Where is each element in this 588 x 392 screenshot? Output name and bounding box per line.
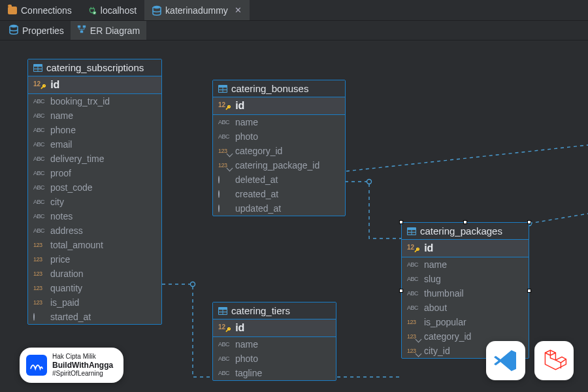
column-proof[interactable]: ABCproof (28, 166, 161, 180)
svg-rect-3 (78, 25, 80, 28)
column-name: thumbnail (424, 288, 464, 299)
text-type-icon: ABC (218, 119, 231, 125)
column-about[interactable]: ABCabout (402, 301, 529, 315)
table-icon (33, 64, 42, 72)
pk-type-icon: 12🔑 (218, 323, 231, 333)
entity-catering-packages[interactable]: catering_packages 12🔑 id ABCnameABCslugA… (401, 222, 529, 359)
text-type-icon: ABC (33, 170, 46, 176)
column-city[interactable]: ABCcity (28, 195, 161, 209)
entity-name: catering_tiers (231, 305, 290, 316)
column-name[interactable]: ABCname (402, 257, 529, 272)
column-slug[interactable]: ABCslug (402, 272, 529, 286)
database-icon (152, 6, 161, 15)
column-phone[interactable]: ABCphone (28, 123, 161, 137)
column-is_paid[interactable]: 123is_paid (28, 295, 161, 310)
selection-handle[interactable] (399, 220, 403, 224)
text-type-icon: ABC (407, 276, 420, 282)
column-thumbnail[interactable]: ABCthumbnail (402, 286, 529, 301)
column-name: price (50, 254, 70, 265)
column-category_id[interactable]: 123category_id (213, 144, 345, 158)
column-name: about (424, 302, 447, 313)
badge-line2: BuildWithAngga (52, 361, 113, 370)
tab-label: Connections (21, 5, 72, 16)
column-name: email (50, 139, 72, 150)
timestamp-type-icon (218, 205, 231, 212)
column-post_code[interactable]: ABCpost_code (28, 180, 161, 195)
column-deleted_at[interactable]: deleted_at (213, 172, 345, 187)
column-is_popular[interactable]: 123is_popular (402, 315, 529, 329)
column-catering_package_id[interactable]: 123catering_package_id (213, 158, 345, 172)
text-type-icon: ABC (33, 98, 46, 105)
column-price[interactable]: 123price (28, 252, 161, 267)
text-type-icon: ABC (33, 213, 46, 220)
column-name: updated_at (235, 203, 281, 214)
column-address[interactable]: ABCaddress (28, 223, 161, 238)
column-name: photo (235, 131, 258, 142)
column-name: started_at (50, 312, 91, 322)
column-email[interactable]: ABCemail (28, 137, 161, 152)
tab-localhost[interactable]: localhost (80, 0, 144, 20)
column-id-pk[interactable]: 12🔑 id (402, 240, 529, 257)
selection-handle[interactable] (527, 220, 531, 224)
column-delivery_time[interactable]: ABCdelivery_time (28, 152, 161, 166)
number-type-icon: 123 (33, 242, 46, 248)
column-name[interactable]: ABCname (213, 115, 345, 129)
column-created_at[interactable]: created_at (213, 187, 345, 201)
entity-header[interactable]: catering_subscriptions (28, 59, 161, 76)
columns-list: ABCnameABCphotoABCtagline (213, 337, 336, 380)
subtab-er-diagram[interactable]: ER Diagram (71, 21, 146, 40)
vscode-app-icon (486, 341, 525, 380)
column-booking_trx_id[interactable]: ABCbooking_trx_id (28, 94, 161, 108)
column-tagline[interactable]: ABCtagline (213, 366, 336, 380)
entity-header[interactable]: catering_packages (402, 223, 529, 240)
column-name: category_id (235, 146, 282, 156)
entity-header[interactable]: catering_tiers (213, 302, 336, 319)
tab-katerinadummy[interactable]: katerinadummy ✕ (144, 0, 250, 20)
subtab-properties[interactable]: Properties (3, 21, 71, 40)
selection-handle[interactable] (399, 289, 403, 293)
entity-catering-tiers[interactable]: catering_tiers 12🔑 id ABCnameABCphotoABC… (212, 302, 336, 381)
svg-point-1 (153, 5, 161, 8)
timestamp-type-icon (218, 176, 231, 183)
column-id-pk[interactable]: 12🔑 id (213, 97, 345, 115)
watermark-badge: Hak Cipta Milik BuildWithAngga #SpiritOf… (20, 348, 123, 383)
tab-connections[interactable]: Connections (0, 0, 80, 20)
column-name: photo (235, 353, 258, 364)
column-notes[interactable]: ABCnotes (28, 209, 161, 223)
column-name: quantity (50, 283, 82, 293)
column-photo[interactable]: ABCphoto (213, 351, 336, 366)
diagram-icon (77, 25, 86, 36)
selection-handle[interactable] (527, 289, 531, 293)
entity-catering-subscriptions[interactable]: catering_subscriptions 12🔑 id ABCbooking… (27, 59, 162, 325)
entity-name: catering_bonuses (231, 83, 308, 94)
column-name[interactable]: ABCname (28, 108, 161, 123)
svg-point-2 (10, 25, 18, 27)
column-photo[interactable]: ABCphoto (213, 129, 345, 144)
columns-list: ABCbooking_trx_idABCnameABCphoneABCemail… (28, 94, 161, 324)
er-canvas[interactable]: catering_subscriptions 12🔑 id ABCbooking… (0, 41, 588, 392)
close-icon[interactable]: ✕ (235, 5, 242, 15)
column-id-pk[interactable]: 12🔑 id (213, 319, 336, 337)
column-started_at[interactable]: started_at (28, 310, 161, 324)
column-name: id (50, 79, 59, 91)
entity-header[interactable]: catering_bonuses (213, 80, 345, 97)
text-type-icon: ABC (33, 112, 46, 119)
column-quantity[interactable]: 123quantity (28, 281, 161, 295)
column-duration[interactable]: 123duration (28, 267, 161, 281)
number-type-icon: 123 (407, 319, 420, 325)
column-id-pk[interactable]: 12🔑 id (28, 76, 161, 94)
timestamp-type-icon (218, 191, 231, 197)
column-name[interactable]: ABCname (213, 337, 336, 351)
entity-catering-bonuses[interactable]: catering_bonuses 12🔑 id ABCnameABCphoto1… (212, 80, 346, 216)
database-icon (9, 24, 18, 37)
number-type-icon: 123 (218, 148, 231, 154)
column-updated_at[interactable]: updated_at (213, 201, 345, 216)
text-type-icon: ABC (218, 370, 231, 376)
bwa-logo-icon (26, 355, 47, 376)
number-type-icon: 123 (33, 299, 46, 306)
text-type-icon: ABC (407, 304, 420, 311)
selection-handle[interactable] (463, 220, 467, 224)
column-total_amount[interactable]: 123total_amount (28, 238, 161, 252)
badge-line3: #SpiritOfLearning (52, 370, 113, 378)
text-type-icon: ABC (407, 261, 420, 268)
